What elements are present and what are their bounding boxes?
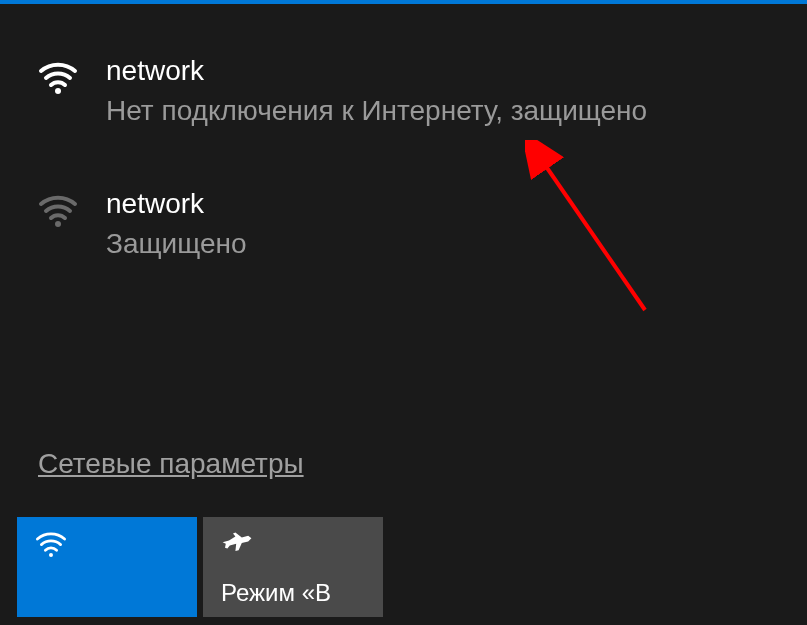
wifi-tile[interactable] <box>17 517 197 617</box>
network-list: network Нет подключения к Интернету, защ… <box>0 4 807 260</box>
network-item-connected[interactable]: network Нет подключения к Интернету, защ… <box>38 54 807 127</box>
svg-point-1 <box>55 221 61 227</box>
network-name: network <box>106 187 247 221</box>
wifi-icon <box>38 58 78 98</box>
tile-label: Режим «В <box>221 579 365 607</box>
airplane-mode-tile[interactable]: Режим «В <box>203 517 383 617</box>
network-item-available[interactable]: network Защищено <box>38 187 807 260</box>
network-name: network <box>106 54 647 88</box>
svg-point-2 <box>49 553 53 557</box>
network-info: network Нет подключения к Интернету, защ… <box>106 54 647 127</box>
network-status: Нет подключения к Интернету, защищено <box>106 94 647 128</box>
network-info: network Защищено <box>106 187 247 260</box>
wifi-icon <box>35 531 67 559</box>
airplane-icon <box>221 531 253 559</box>
network-status: Защищено <box>106 227 247 261</box>
network-settings-link[interactable]: Сетевые параметры <box>38 448 304 480</box>
wifi-icon <box>38 191 78 231</box>
quick-action-tiles: Режим «В <box>17 517 383 617</box>
svg-point-0 <box>55 88 61 94</box>
